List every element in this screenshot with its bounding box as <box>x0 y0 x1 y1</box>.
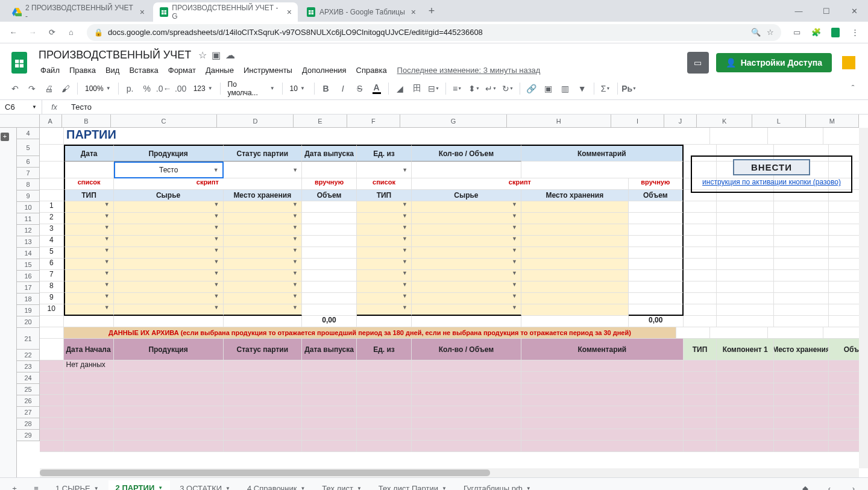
redo-button[interactable]: ↷ <box>24 81 40 96</box>
back-button[interactable]: ← <box>5 24 22 41</box>
browser-tab-3[interactable]: АРХИВ - Google Таблицы × <box>300 2 422 22</box>
row-28[interactable]: 28 <box>17 418 40 430</box>
close-icon[interactable]: × <box>287 7 292 17</box>
col-J[interactable]: J <box>664 115 697 128</box>
inc-decimal-button[interactable]: .00 <box>173 81 189 96</box>
row-20[interactable]: 20 <box>17 316 40 328</box>
doc-title[interactable]: ПРОИЗВОДСТВЕННЫЙ УЧЕТ <box>36 48 193 62</box>
close-icon[interactable]: × <box>140 7 145 17</box>
row-27[interactable]: 27 <box>17 407 40 418</box>
add-sheet-button[interactable]: + <box>5 480 24 491</box>
col-K[interactable]: K <box>697 115 752 128</box>
row-22[interactable]: 22 <box>17 350 40 361</box>
formula-input[interactable]: Тесто <box>66 102 868 112</box>
cell-ref[interactable]: C6▼ <box>0 100 42 114</box>
vnesti-button[interactable]: ВНЕСТИ <box>733 159 810 175</box>
rotate-button[interactable]: ↻▼ <box>500 81 516 96</box>
browser-tab-2[interactable]: ПРОИЗВОДСТВЕННЫЙ УЧЕТ - G × <box>153 2 298 22</box>
forward-button[interactable]: → <box>24 24 41 41</box>
col-B[interactable]: B <box>62 115 111 128</box>
row-11[interactable]: 11 <box>17 213 40 225</box>
vertical-scrollbar[interactable] <box>859 128 868 468</box>
row-17[interactable]: 17 <box>17 282 40 294</box>
all-sheets-button[interactable]: ≡ <box>27 480 46 491</box>
row-21[interactable]: 21 <box>17 328 40 350</box>
row-26[interactable]: 26 <box>17 395 40 407</box>
row-24[interactable]: 24 <box>17 372 40 384</box>
sheet-tab-4[interactable]: 4 Справочник▼ <box>240 480 312 491</box>
col-I[interactable]: I <box>611 115 664 128</box>
url-bar[interactable]: 🔒 docs.google.com/spreadsheets/d/14iloCl… <box>87 24 781 41</box>
italic-button[interactable]: I <box>335 81 351 96</box>
payment-icon[interactable]: ▭ <box>788 24 805 41</box>
explore-button[interactable]: ◆ <box>796 480 815 491</box>
reload-button[interactable]: ⟳ <box>43 24 60 41</box>
link-button[interactable]: 🔗 <box>524 81 539 96</box>
paint-format-button[interactable]: 🖌 <box>58 81 74 96</box>
col-M[interactable]: M <box>806 115 859 128</box>
bold-button[interactable]: B <box>318 81 334 96</box>
borders-button[interactable]: 田 <box>409 81 425 96</box>
filter-button[interactable]: ▼ <box>574 81 590 96</box>
menu-file[interactable]: Файл <box>36 63 64 77</box>
row-12[interactable]: 12 <box>17 225 40 236</box>
dec-decimal-button[interactable]: .0← <box>156 81 172 96</box>
collapse-button[interactable]: ˆ <box>845 81 861 96</box>
sheet-tab-1[interactable]: 1 СЫРЬЕ▼ <box>48 480 106 491</box>
corner[interactable] <box>0 115 40 128</box>
sheet-right-button[interactable]: › <box>844 480 863 491</box>
font-size-select[interactable]: 10▼ <box>286 81 310 96</box>
fill-color-button[interactable]: ◢ <box>392 81 408 96</box>
row-15[interactable]: 15 <box>17 259 40 271</box>
zoom-icon[interactable]: 🔍 <box>751 28 761 37</box>
col-D[interactable]: D <box>217 115 294 128</box>
menu-format[interactable]: Формат <box>164 63 200 77</box>
row-16[interactable]: 16 <box>17 271 40 282</box>
row-13[interactable]: 13 <box>17 236 40 248</box>
row-19[interactable]: 19 <box>17 305 40 316</box>
close-window-button[interactable]: ✕ <box>840 0 868 22</box>
valign-button[interactable]: ⬍▼ <box>467 81 482 96</box>
browser-tab-1[interactable]: 2 ПРОИЗВОДСТВЕННЫЙ УЧЕТ - × <box>6 2 151 22</box>
browser-menu-button[interactable]: ⋮ <box>846 24 863 41</box>
input-tools-button[interactable]: Рь▼ <box>621 81 637 96</box>
sheet-left-button[interactable]: ‹ <box>820 480 839 491</box>
col-A[interactable]: A <box>39 115 62 128</box>
extension-icon[interactable] <box>827 24 844 41</box>
comments-button[interactable]: ▭ <box>687 52 709 74</box>
extensions-button[interactable]: 🧩 <box>808 24 825 41</box>
chart-button[interactable]: ▥ <box>558 81 573 96</box>
menu-tools[interactable]: Инструменты <box>239 63 297 77</box>
text-color-button[interactable]: A <box>369 81 385 96</box>
row-14[interactable]: 14 <box>17 248 40 259</box>
cloud-icon[interactable]: ☁ <box>225 49 235 61</box>
strike-button[interactable]: S <box>352 81 368 96</box>
row-18[interactable]: 18 <box>17 294 40 305</box>
sheet-tab-2[interactable]: 2 ПАРТИИ▼ <box>108 480 171 491</box>
row-9[interactable]: 9 <box>17 190 40 202</box>
maximize-button[interactable]: ☐ <box>813 0 840 22</box>
menu-view[interactable]: Вид <box>101 63 124 77</box>
horizontal-scrollbar[interactable] <box>40 468 859 477</box>
sheet-tab-3[interactable]: 3 ОСТАТКИ▼ <box>172 480 237 491</box>
zoom-select[interactable]: 100%▼ <box>81 81 115 96</box>
col-G[interactable]: G <box>400 115 507 128</box>
row-10[interactable]: 10 <box>17 202 40 213</box>
col-L[interactable]: L <box>752 115 805 128</box>
sheet-tab-5[interactable]: Тех лист▼ <box>315 480 369 491</box>
move-icon[interactable]: ▣ <box>212 49 221 61</box>
sheet-tab-7[interactable]: Гуглтаблицы.рф▼ <box>456 480 538 491</box>
new-tab-button[interactable]: + <box>423 2 440 19</box>
menu-insert[interactable]: Вставка <box>125 63 162 77</box>
font-select[interactable]: По умолча...▼ <box>224 81 278 96</box>
menu-help[interactable]: Справка <box>352 63 391 77</box>
col-C[interactable]: C <box>111 115 218 128</box>
sheets-logo[interactable] <box>7 51 31 75</box>
star-icon[interactable]: ☆ <box>767 28 774 37</box>
wrap-button[interactable]: ↵▼ <box>483 81 499 96</box>
minimize-button[interactable]: — <box>785 0 813 22</box>
format-select[interactable]: 123▼ <box>190 81 216 96</box>
merge-button[interactable]: ⊟▼ <box>426 81 442 96</box>
comment-button[interactable]: ▣ <box>541 81 556 96</box>
expand-rows-button[interactable]: + <box>1 133 9 141</box>
